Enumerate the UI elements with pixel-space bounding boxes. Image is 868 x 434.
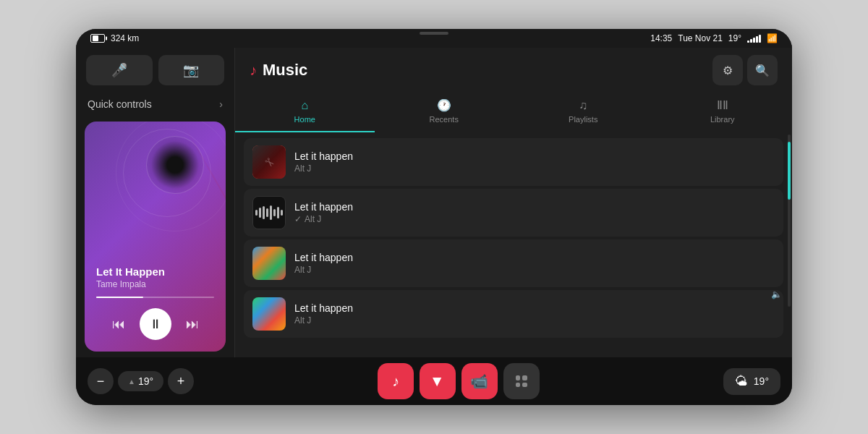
music-app-title: ♪ Music bbox=[250, 61, 307, 80]
song-thumbnail bbox=[252, 196, 286, 229]
song-list: Let it happen Alt J bbox=[235, 132, 792, 357]
video-icon: 📹 bbox=[470, 373, 488, 390]
volume-icon: 🔈 bbox=[771, 289, 782, 299]
status-left: 324 km bbox=[90, 33, 139, 43]
home-icon: ⌂ bbox=[301, 99, 308, 112]
mic-icon: 🎤 bbox=[111, 62, 127, 78]
track-title: Let It Happen bbox=[96, 265, 214, 278]
song-info: Let it happen Alt J bbox=[294, 302, 775, 326]
left-panel: 🎤 📷 Quick controls › Let It Happen Tame … bbox=[76, 48, 235, 357]
main-content: 🎤 📷 Quick controls › Let It Happen Tame … bbox=[76, 48, 792, 357]
music-app-icon: ♪ bbox=[392, 373, 399, 390]
track-artist: Tame Impala bbox=[96, 279, 214, 289]
battery-km: 324 km bbox=[111, 33, 139, 43]
mic-button[interactable]: 🎤 bbox=[86, 55, 153, 85]
song-artist: Alt J bbox=[294, 163, 775, 174]
gear-icon: ⚙ bbox=[723, 64, 733, 77]
song-info: Let it happen Alt J bbox=[294, 252, 775, 275]
music-title-text: Music bbox=[263, 61, 307, 80]
quick-controls-label: Quick controls bbox=[88, 98, 152, 110]
song-info: Let it happen ✓ Alt J bbox=[294, 201, 775, 224]
thumb-image bbox=[253, 197, 285, 229]
tab-home[interactable]: ⌂ Home bbox=[235, 91, 375, 132]
next-button[interactable]: ⏭ bbox=[186, 317, 199, 332]
chevron-right-icon: › bbox=[219, 98, 223, 110]
tab-home-label: Home bbox=[294, 115, 315, 124]
pause-button[interactable]: ⏸ bbox=[140, 308, 171, 340]
temperature-display[interactable]: ▲ 19° bbox=[118, 371, 163, 391]
prev-button[interactable]: ⏮ bbox=[112, 317, 125, 332]
minus-button[interactable]: − bbox=[88, 368, 114, 394]
progress-fill bbox=[96, 297, 143, 298]
status-date: Tue Nov 21 bbox=[678, 33, 723, 43]
tab-library-label: Library bbox=[710, 115, 735, 124]
song-thumbnail bbox=[252, 297, 286, 331]
app-shortcuts: ♪ ▶ 📹 bbox=[200, 363, 718, 399]
quick-controls-row[interactable]: Quick controls › bbox=[76, 93, 234, 116]
library-icon: ⅡⅡ bbox=[717, 98, 728, 112]
song-artist: ✓ Alt J bbox=[294, 214, 775, 224]
song-thumbnail bbox=[252, 247, 286, 280]
temperature-value: 19° bbox=[138, 375, 153, 387]
song-thumbnail bbox=[252, 145, 286, 179]
plus-button[interactable]: + bbox=[168, 368, 194, 394]
player-controls: ⏮ ⏸ ⏭ bbox=[96, 308, 214, 340]
plus-icon: + bbox=[177, 374, 185, 389]
status-time: 14:35 bbox=[650, 33, 672, 43]
minus-icon: − bbox=[97, 374, 105, 389]
car-display: 324 km 14:35 Tue Nov 21 19° 📶 🎤 bbox=[76, 29, 792, 405]
status-bar: 324 km 14:35 Tue Nov 21 19° 📶 bbox=[76, 29, 792, 48]
left-bottom-controls: − ▲ 19° + bbox=[88, 368, 194, 394]
progress-bar bbox=[96, 297, 214, 298]
apps-button[interactable] bbox=[503, 363, 540, 399]
clock-icon: 🕐 bbox=[437, 98, 451, 112]
list-item[interactable]: Let it happen Alt J bbox=[244, 290, 783, 338]
camera-icon: 📷 bbox=[183, 62, 199, 78]
search-button[interactable]: 🔍 bbox=[747, 55, 778, 85]
song-title: Let it happen bbox=[294, 252, 775, 263]
navigation-icon: ▶ bbox=[430, 377, 444, 386]
grid-icon bbox=[516, 375, 527, 387]
right-panel: ♪ Music ⚙ 🔍 ⌂ Home bbox=[235, 48, 792, 357]
scroll-indicator bbox=[788, 135, 791, 307]
navigation-app-button[interactable]: ▶ bbox=[420, 363, 456, 399]
bottom-bar: − ▲ 19° + ♪ ▶ 📹 bbox=[76, 357, 792, 405]
top-controls: 🎤 📷 bbox=[76, 48, 234, 93]
status-temp: 19° bbox=[728, 33, 741, 43]
tab-recents-label: Recents bbox=[430, 115, 459, 124]
tab-playlists-label: Playlists bbox=[569, 115, 597, 124]
song-title: Let it happen bbox=[294, 201, 775, 213]
right-bottom-controls: 🌤 19° bbox=[723, 368, 780, 395]
tab-recents[interactable]: 🕐 Recents bbox=[375, 91, 514, 132]
song-artist: Alt J bbox=[294, 315, 775, 326]
music-note-icon: ♪ bbox=[250, 62, 257, 79]
tab-playlists[interactable]: ♫ Playlists bbox=[514, 91, 653, 132]
playlist-icon: ♫ bbox=[579, 99, 587, 112]
wifi-icon: 📶 bbox=[767, 33, 778, 43]
song-title: Let it happen bbox=[294, 302, 775, 314]
verified-icon: ✓ bbox=[294, 214, 302, 224]
weather-icon: 🌤 bbox=[735, 374, 748, 389]
music-tabs: ⌂ Home 🕐 Recents ♫ Playlists ⅡⅡ Library bbox=[235, 91, 792, 132]
scroll-thumb[interactable] bbox=[788, 142, 791, 200]
settings-button[interactable]: ⚙ bbox=[712, 55, 743, 85]
camera-button[interactable]: 📷 bbox=[158, 55, 225, 85]
weather-button[interactable]: 🌤 19° bbox=[723, 368, 780, 395]
list-item[interactable]: Let it happen ✓ Alt J bbox=[244, 189, 783, 237]
video-app-button[interactable]: 📹 bbox=[461, 363, 498, 399]
track-info: Let It Happen Tame Impala ⏮ ⏸ ⏭ bbox=[96, 265, 214, 340]
list-item[interactable]: Let it happen Alt J bbox=[244, 138, 783, 186]
music-header: ♪ Music ⚙ 🔍 bbox=[235, 48, 792, 85]
song-title: Let it happen bbox=[294, 150, 775, 162]
song-artist: Alt J bbox=[294, 265, 775, 275]
search-icon: 🔍 bbox=[755, 64, 770, 77]
header-actions: ⚙ 🔍 bbox=[712, 55, 778, 85]
tab-library[interactable]: ⅡⅡ Library bbox=[653, 91, 793, 132]
music-app-button[interactable]: ♪ bbox=[378, 363, 414, 399]
now-playing-card: Let It Happen Tame Impala ⏮ ⏸ ⏭ bbox=[85, 122, 226, 352]
status-right: 14:35 Tue Nov 21 19° 📶 bbox=[650, 33, 778, 43]
song-info: Let it happen Alt J bbox=[294, 150, 775, 174]
temp-chevron-up-icon: ▲ bbox=[128, 378, 135, 386]
signal-bars-icon bbox=[747, 34, 761, 43]
list-item[interactable]: Let it happen Alt J bbox=[244, 239, 783, 287]
